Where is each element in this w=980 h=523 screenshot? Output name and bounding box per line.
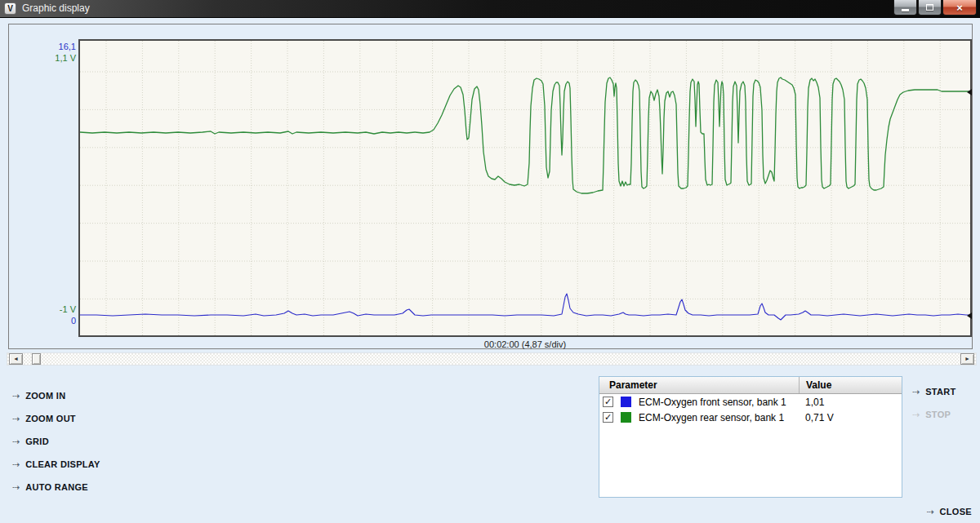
- parameter-name: ECM-Oxygen front sensor, bank 1: [639, 397, 786, 408]
- link-arrow-icon: ⇢: [12, 414, 20, 423]
- time-scale-label: 00:02:00 (4,87 s/div): [78, 339, 972, 349]
- link-arrow-icon: ⇢: [926, 507, 933, 516]
- stop-button: ⇢ STOP: [912, 409, 956, 419]
- app-icon: V: [4, 2, 16, 15]
- zoom-out-button[interactable]: ⇢ ZOOM OUT: [12, 413, 100, 423]
- window-close-icon: ×: [956, 1, 963, 15]
- parameter-value: 0,71 V: [799, 412, 902, 423]
- y-axis-min-blue: 0: [35, 316, 76, 326]
- scroll-left-icon: ◄: [13, 356, 19, 361]
- front-sensor-color-swatch: [621, 397, 631, 407]
- y-axis-max-green: 1,1 V: [35, 53, 76, 63]
- rear-sensor-checkbox[interactable]: ✓: [603, 412, 613, 423]
- parameter-column-header[interactable]: Parameter: [599, 377, 799, 393]
- link-arrow-icon: ⇢: [912, 388, 920, 396]
- y-axis-max-blue: 16,1: [35, 42, 76, 51]
- value-column-header[interactable]: Value: [799, 377, 902, 393]
- zoom-in-button[interactable]: ⇢ ZOOM IN: [12, 390, 100, 401]
- scrollbar-thumb[interactable]: [32, 353, 41, 365]
- scroll-left-button[interactable]: ◄: [9, 353, 23, 365]
- grid-button[interactable]: ⇢ GRID: [12, 436, 100, 446]
- front-sensor-checkbox[interactable]: ✓: [603, 397, 613, 407]
- app-icon-letter: V: [7, 4, 13, 13]
- link-arrow-icon: ⇢: [12, 392, 20, 400]
- restore-icon: [926, 4, 933, 11]
- link-arrow-icon: ⇢: [12, 483, 20, 491]
- clear-display-button[interactable]: ⇢ CLEAR DISPLAY: [12, 459, 100, 469]
- auto-range-button[interactable]: ⇢ AUTO RANGE: [12, 481, 100, 492]
- parameter-table: Parameter Value ✓ ECM-Oxygen front senso…: [599, 376, 902, 498]
- horizontal-scrollbar[interactable]: ◄ ►: [7, 352, 977, 366]
- chart-actions: ⇢ ZOOM IN ⇢ ZOOM OUT ⇢ GRID ⇢ CLEAR DISP…: [12, 390, 100, 492]
- window-controls: ×: [893, 0, 977, 16]
- link-arrow-icon: ⇢: [912, 410, 920, 419]
- rear-sensor-color-swatch: [621, 412, 631, 423]
- scroll-right-button[interactable]: ►: [960, 353, 974, 365]
- restore-button[interactable]: [918, 0, 942, 16]
- parameter-value: 1,01: [799, 397, 902, 408]
- scroll-right-icon: ►: [964, 356, 970, 361]
- y-axis-min-green: -1 V: [35, 304, 76, 314]
- close-button[interactable]: ⇢ CLOSE: [926, 506, 972, 516]
- link-arrow-icon: ⇢: [12, 460, 20, 468]
- start-button[interactable]: ⇢ START: [912, 386, 956, 397]
- recording-actions: ⇢ START ⇢ STOP: [912, 386, 956, 419]
- chart-panel: 16,1 1,1 V -1 V 0 00:02:00 (4,87 s/div): [8, 24, 973, 349]
- plot-area[interactable]: [78, 39, 972, 337]
- window-close-button[interactable]: ×: [942, 0, 977, 16]
- table-row: ✓ ECM-Oxygen front sensor, bank 1 1,01: [599, 394, 902, 410]
- table-row: ✓ ECM-Oxygen rear sensor, bank 1 0,71 V: [599, 410, 902, 425]
- window-title: Graphic display: [22, 2, 90, 14]
- front-sensor-end-marker-icon: [967, 312, 972, 319]
- link-arrow-icon: ⇢: [12, 437, 20, 445]
- parameter-name: ECM-Oxygen rear sensor, bank 1: [639, 412, 784, 423]
- oscilloscope-traces: [80, 41, 970, 335]
- titlebar[interactable]: V Graphic display ×: [0, 0, 980, 18]
- minimize-icon: [902, 9, 909, 11]
- rear-sensor-end-marker-icon: [967, 89, 972, 95]
- table-header: Parameter Value: [599, 377, 902, 394]
- minimize-button[interactable]: [893, 0, 917, 16]
